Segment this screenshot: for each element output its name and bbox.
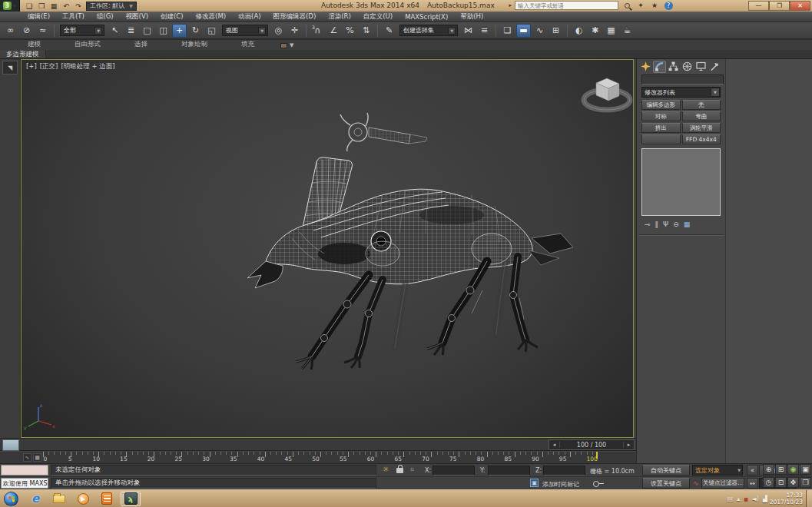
communication-center-icon[interactable]: ✦ bbox=[635, 1, 646, 10]
percent-snap-toggle-icon[interactable]: % bbox=[343, 24, 357, 38]
select-and-move-icon[interactable]: + bbox=[172, 24, 187, 38]
menu-item[interactable]: 组(G) bbox=[91, 12, 120, 22]
wps-office-icon[interactable] bbox=[97, 492, 117, 506]
graphite-modeling-ribbon-toggle-icon[interactable]: ▬ bbox=[516, 24, 531, 38]
reference-coordinate-system-dropdown[interactable]: 视图▼ bbox=[222, 25, 268, 36]
time-slider-track[interactable]: ◂ 100 / 100 ▸ bbox=[0, 438, 636, 451]
menu-item[interactable]: 创建(C) bbox=[154, 12, 190, 22]
render-production-icon[interactable]: ☕ bbox=[620, 24, 635, 38]
rendered-frame-window-icon[interactable]: ▦ bbox=[604, 24, 618, 38]
menu-item[interactable]: 工具(T) bbox=[56, 12, 91, 22]
viewport-general-menu[interactable]: [+] bbox=[26, 62, 37, 71]
rectangular-selection-region-icon[interactable]: □ bbox=[140, 24, 154, 38]
snaps-toggle-icon[interactable]: ∩3 bbox=[310, 24, 325, 38]
schematic-view-icon[interactable]: ⊞ bbox=[549, 24, 563, 38]
show-desktop-button[interactable] bbox=[806, 490, 812, 507]
go-to-start-button[interactable]: « bbox=[747, 465, 758, 476]
modifier-button[interactable]: 壳 bbox=[682, 100, 721, 110]
workspace-dropdown[interactable]: 工作区: 默认 ▼ bbox=[86, 2, 137, 11]
key-filter-dropdown[interactable]: 选定对象 ▼ bbox=[692, 465, 743, 476]
render-setup-icon[interactable]: ✱ bbox=[588, 24, 602, 38]
start-button[interactable] bbox=[4, 492, 18, 506]
absolute-offset-mode-icon[interactable]: ⌗ bbox=[410, 466, 414, 474]
viewport[interactable]: z x y [+] [正交] [明暗处理 + 边面] bbox=[21, 59, 634, 438]
panel-expand-arrow-button[interactable]: ◥ bbox=[2, 61, 18, 75]
ribbon-tab[interactable]: 选择 bbox=[118, 39, 164, 50]
pan-view-icon[interactable]: ✥ bbox=[787, 477, 799, 488]
named-selection-sets-dropdown[interactable]: 创建选择集▼ bbox=[399, 25, 458, 36]
display-tab-icon[interactable] bbox=[694, 61, 708, 73]
hierarchy-tab-icon[interactable] bbox=[667, 61, 680, 73]
menu-item[interactable]: 修改器(M) bbox=[190, 12, 232, 22]
selection-filter-dropdown[interactable]: 全部▼ bbox=[60, 25, 104, 36]
modifier-stack-list[interactable] bbox=[641, 148, 721, 216]
align-icon[interactable]: ≡ bbox=[477, 24, 492, 38]
selection-lock-icon[interactable] bbox=[396, 468, 403, 473]
minimize-button[interactable]: — bbox=[748, 1, 769, 11]
infocenter-collapse-icon[interactable]: ▸ bbox=[509, 2, 512, 8]
motion-tab-icon[interactable] bbox=[681, 61, 694, 73]
select-by-name-icon[interactable]: ≣ bbox=[124, 24, 138, 38]
modifier-button[interactable]: FFD 4x4x4 bbox=[682, 134, 721, 144]
mirror-icon[interactable]: ⋈ bbox=[461, 24, 476, 38]
menu-item[interactable]: 帮助(H) bbox=[454, 12, 489, 22]
maxscript-mini-listener-macro-line[interactable] bbox=[1, 465, 48, 476]
3dsmax-taskbar-icon[interactable]: ϡ bbox=[121, 492, 141, 506]
track-bar-filter-button[interactable]: ▦ bbox=[33, 453, 41, 462]
create-tab-icon[interactable] bbox=[639, 61, 652, 73]
previous-frame-arrow-icon[interactable]: ◂ bbox=[549, 442, 560, 448]
favorites-icon[interactable]: ★ bbox=[649, 1, 660, 10]
add-time-tag-label[interactable]: 添加时间标记 bbox=[542, 480, 579, 489]
select-and-manipulate-icon[interactable]: ◎ bbox=[271, 24, 286, 38]
show-hidden-icons-icon[interactable]: ▴ bbox=[737, 495, 740, 502]
modify-tab-icon[interactable] bbox=[653, 61, 666, 73]
material-editor-icon[interactable]: ◐ bbox=[572, 24, 586, 38]
modifier-list-dropdown[interactable]: 修改器列表 ▼ bbox=[641, 87, 721, 98]
help-icon[interactable]: ? bbox=[663, 1, 674, 10]
infocenter-search-box[interactable] bbox=[515, 1, 618, 10]
save-file-icon[interactable]: ▦ bbox=[49, 2, 58, 10]
viewport-pov-menu[interactable]: [正交] bbox=[40, 62, 58, 71]
new-file-icon[interactable]: ❑ bbox=[25, 2, 34, 10]
timeline-ruler[interactable]: 0510152025303540455055606570758085909510… bbox=[43, 452, 598, 463]
menu-item[interactable]: 动画(A) bbox=[232, 12, 267, 22]
modifier-button[interactable]: 挤出 bbox=[641, 123, 681, 133]
viewport-layout-tab[interactable] bbox=[2, 439, 19, 451]
search-input[interactable] bbox=[518, 2, 615, 9]
ribbon-tab[interactable]: 对象绘制 bbox=[164, 39, 224, 50]
menu-item[interactable]: 渲染(R) bbox=[322, 12, 357, 22]
modifier-button[interactable]: 弯曲 bbox=[682, 111, 721, 121]
undo-icon[interactable]: ↶ bbox=[61, 2, 71, 10]
menu-item[interactable]: 自定义(U) bbox=[357, 12, 399, 22]
application-menu-button[interactable]: 3 ▼ bbox=[0, 0, 20, 12]
select-and-rotate-icon[interactable]: ↻ bbox=[188, 24, 203, 38]
unlink-selection-icon[interactable]: ⊘ bbox=[19, 24, 34, 38]
select-object-icon[interactable]: ↖ bbox=[108, 24, 122, 38]
select-place-highlight-icon[interactable]: ✛ bbox=[287, 24, 302, 38]
time-configuration-icon[interactable]: ◷ bbox=[763, 477, 774, 488]
set-key-button[interactable]: 设置关键点 bbox=[642, 478, 690, 489]
window-crossing-toggle-icon[interactable]: ◫ bbox=[156, 24, 171, 38]
maximize-button[interactable]: ❐ bbox=[769, 1, 790, 11]
bind-to-space-warp-icon[interactable]: ≈ bbox=[35, 24, 50, 38]
remove-modifier-icon[interactable]: ⊖ bbox=[673, 220, 679, 228]
modifier-button[interactable]: 涡轮平滑 bbox=[682, 123, 721, 133]
y-coord-input[interactable] bbox=[489, 466, 529, 475]
ribbon-tab[interactable]: 填充 bbox=[224, 39, 271, 50]
modifier-button[interactable]: 编辑多边形 bbox=[641, 100, 681, 110]
ribbon-tab[interactable]: 建模 bbox=[11, 39, 58, 50]
spinner-snap-toggle-icon[interactable]: ⇅ bbox=[359, 24, 373, 38]
zoom-extents-icon[interactable]: ◉ bbox=[787, 464, 799, 475]
file-explorer-icon[interactable] bbox=[49, 492, 69, 506]
open-mini-curve-editor-button[interactable]: ∿ bbox=[23, 453, 31, 462]
zoom-extents-all-icon[interactable]: ▣ bbox=[800, 464, 811, 475]
z-coord-input[interactable] bbox=[544, 466, 585, 475]
pin-stack-icon[interactable]: ⊸ bbox=[645, 220, 651, 228]
ribbon-tab[interactable]: 自由形式 bbox=[58, 39, 118, 50]
zoom-icon[interactable]: ⊕ bbox=[763, 464, 774, 475]
modifier-button[interactable] bbox=[641, 134, 681, 144]
show-end-result-icon[interactable]: ‖ bbox=[655, 220, 659, 228]
key-filters-button[interactable]: 关键点过滤器... bbox=[701, 478, 744, 489]
menu-item[interactable]: 编辑(E) bbox=[22, 12, 56, 22]
utilities-tab-icon[interactable] bbox=[708, 61, 721, 73]
